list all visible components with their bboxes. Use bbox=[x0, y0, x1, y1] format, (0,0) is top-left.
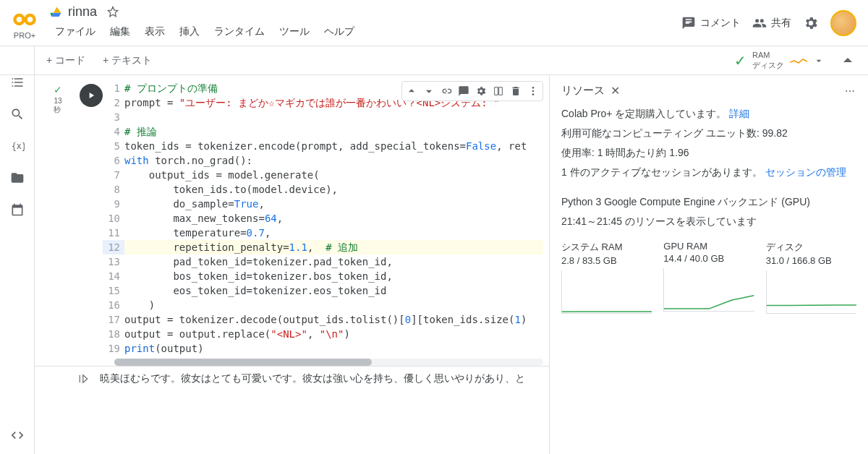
code-line[interactable]: 11 temperature=0.7, bbox=[103, 226, 543, 240]
code-line[interactable]: 9 do_sample=True, bbox=[103, 197, 543, 211]
left-rail: {x} bbox=[0, 46, 35, 454]
avatar[interactable] bbox=[830, 10, 856, 36]
code-cell[interactable]: ✓ 13秒 1# プロンプトの準備2prompt = "ユーザー: まどか☆マギ… bbox=[35, 75, 549, 356]
menu-item[interactable]: ツール bbox=[273, 22, 315, 41]
gear-icon[interactable] bbox=[803, 15, 819, 31]
comment-button[interactable]: コメント bbox=[681, 16, 741, 30]
menu-bar: ファイル編集表示挿入ランタイムツールヘルプ bbox=[49, 22, 681, 41]
share-label: 共有 bbox=[771, 17, 791, 30]
code-line[interactable]: 14 bos_token_id=tokenizer.bos_token_id, bbox=[103, 269, 543, 283]
add-text-button[interactable]: + テキスト bbox=[97, 51, 158, 70]
svg-point-1 bbox=[26, 15, 35, 24]
check-icon: ✓ bbox=[734, 52, 746, 69]
code-editor[interactable]: 1# プロンプトの準備2prompt = "ユーザー: まどか☆マギカでは誰が一… bbox=[103, 81, 549, 356]
resource-chart: ディスク31.0 / 166.8 GB bbox=[766, 241, 856, 316]
code-line[interactable]: 4# 推論 bbox=[103, 124, 543, 139]
runtime-status[interactable]: ✓ RAM ディスク bbox=[734, 51, 825, 69]
usage-line: 使用率: 1 時間あたり約 1.96 bbox=[561, 145, 856, 160]
resources-title: リソース bbox=[561, 84, 605, 98]
horizontal-scrollbar[interactable] bbox=[114, 359, 543, 366]
more-cell-icon[interactable] bbox=[525, 83, 541, 99]
settings-cell-icon[interactable] bbox=[473, 83, 489, 99]
menu-item[interactable]: 挿入 bbox=[174, 22, 205, 41]
search-icon[interactable] bbox=[10, 107, 25, 121]
link-icon[interactable] bbox=[438, 83, 454, 99]
drive-icon bbox=[49, 6, 62, 19]
files-icon[interactable] bbox=[10, 171, 25, 185]
people-icon bbox=[752, 16, 767, 30]
svg-point-3 bbox=[532, 87, 535, 89]
menu-item[interactable]: 表示 bbox=[139, 22, 171, 41]
menu-item[interactable]: ファイル bbox=[49, 22, 101, 41]
add-code-button[interactable]: + コード bbox=[41, 51, 91, 70]
code-line[interactable]: 17output = tokenizer.decode(output_ids.t… bbox=[103, 312, 543, 327]
variables-icon[interactable]: {x} bbox=[10, 139, 25, 153]
code-line[interactable]: 7 output_ids = model.generate( bbox=[103, 168, 543, 182]
code-line[interactable]: 10 max_new_tokens=64, bbox=[103, 211, 543, 226]
comment-icon bbox=[681, 16, 696, 30]
collapse-icon[interactable] bbox=[839, 52, 856, 69]
code-line[interactable]: 5token_ids = tokenizer.encode(prompt, ad… bbox=[103, 139, 543, 153]
code-line[interactable]: 16 ) bbox=[103, 298, 543, 312]
details-link[interactable]: 詳細 bbox=[729, 108, 749, 119]
svg-text:{x}: {x} bbox=[11, 141, 24, 151]
menu-item[interactable]: ヘルプ bbox=[318, 22, 360, 41]
resources-panel: リソース ✕ ⋯ Colab Pro+ を定期購入しています。 詳細 利用可能な… bbox=[550, 75, 868, 454]
code-area: ✓ 13秒 1# プロンプトの準備2prompt = "ユーザー: まどか☆マギ… bbox=[35, 75, 550, 454]
code-line[interactable]: 8 token_ids.to(model.device), bbox=[103, 182, 543, 197]
mirror-cell-icon[interactable] bbox=[490, 83, 506, 99]
star-icon[interactable] bbox=[106, 5, 120, 20]
run-button[interactable] bbox=[80, 84, 103, 107]
pro-badge: PRO+ bbox=[14, 31, 35, 40]
disk-label: ディスク bbox=[752, 61, 784, 70]
code-line[interactable]: 13 pad_token_id=tokenizer.pad_token_id, bbox=[103, 254, 543, 269]
share-button[interactable]: 共有 bbox=[752, 16, 791, 30]
cell-toolbar bbox=[401, 81, 543, 101]
resource-chart: GPU RAM14.4 / 40.0 GB bbox=[663, 241, 754, 316]
sessions-link[interactable]: セッションの管理 bbox=[765, 166, 846, 178]
code-line[interactable]: 15 eos_token_id=tokenizer.eos_token_id bbox=[103, 283, 543, 298]
caret-down-icon[interactable] bbox=[813, 55, 825, 67]
output-collapse-icon[interactable] bbox=[78, 372, 91, 385]
svg-point-0 bbox=[15, 15, 24, 24]
svg-point-4 bbox=[532, 90, 535, 93]
more-icon[interactable]: ⋯ bbox=[845, 85, 856, 97]
header: PRO+ rinna ファイル編集表示挿入ランタイムツールヘルプ コメント 共有 bbox=[0, 0, 868, 46]
toc-icon[interactable] bbox=[10, 75, 25, 90]
colab-logo[interactable]: PRO+ bbox=[12, 7, 38, 40]
toolbar: + コード + テキスト ✓ RAM ディスク bbox=[0, 46, 868, 75]
move-down-icon[interactable] bbox=[421, 83, 437, 99]
svg-point-5 bbox=[532, 93, 535, 95]
close-icon[interactable]: ✕ bbox=[610, 84, 620, 98]
menu-item[interactable]: ランタイム bbox=[208, 22, 271, 41]
cell-check-icon: ✓ bbox=[54, 84, 62, 95]
ram-label: RAM bbox=[752, 51, 784, 60]
code-line[interactable]: 3 bbox=[103, 110, 543, 124]
terminal-icon[interactable] bbox=[10, 428, 25, 442]
ram-sparkline bbox=[790, 56, 807, 65]
time-line: 21:41～21:45 のリソースを表示しています bbox=[561, 214, 856, 229]
calendar-icon[interactable] bbox=[10, 202, 25, 217]
cell-exec-time: 13秒 bbox=[54, 97, 61, 115]
units-line: 利用可能なコンピューティング ユニット数: 99.82 bbox=[561, 126, 856, 141]
resource-chart: システム RAM2.8 / 83.5 GB bbox=[561, 241, 652, 316]
menu-item[interactable]: 編集 bbox=[104, 22, 136, 41]
cell-output: 暁美ほむらです。彼女はとても可愛いです。彼女は強い心を持ち、優しく思いやりがあり… bbox=[35, 366, 549, 391]
backend-line: Python 3 Google Compute Engine バックエンド (G… bbox=[561, 194, 856, 210]
code-line[interactable]: 19print(output) bbox=[103, 341, 543, 356]
comment-cell-icon[interactable] bbox=[456, 83, 472, 99]
code-line[interactable]: 12 repetition_penalty=1.1, # 追加 bbox=[103, 240, 543, 254]
delete-cell-icon[interactable] bbox=[508, 83, 524, 99]
comment-label: コメント bbox=[700, 17, 741, 30]
code-line[interactable]: 18output = output.replace("<NL>", "\n") bbox=[103, 327, 543, 341]
document-title[interactable]: rinna bbox=[68, 4, 97, 20]
move-up-icon[interactable] bbox=[404, 83, 420, 99]
output-text: 暁美ほむらです。彼女はとても可愛いです。彼女は強い心を持ち、優しく思いやりがあり… bbox=[100, 372, 525, 385]
code-line[interactable]: 6with torch.no_grad(): bbox=[103, 153, 543, 168]
